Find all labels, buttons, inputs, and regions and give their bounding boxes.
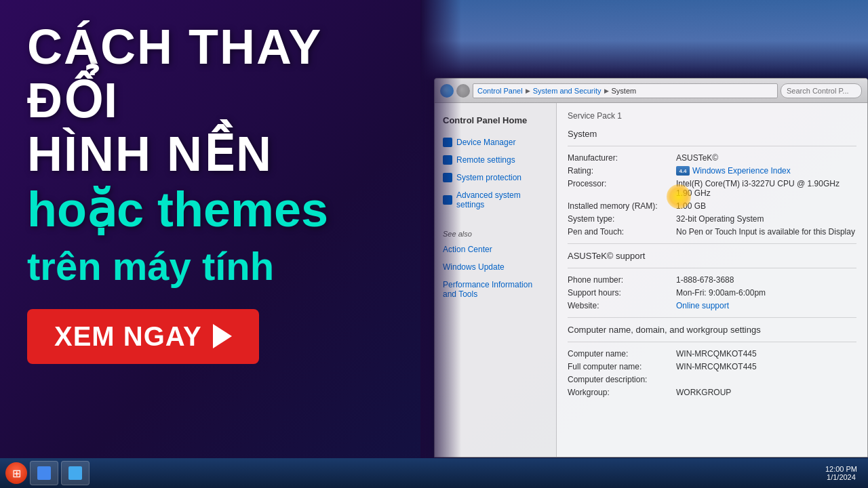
description-label: Computer description: xyxy=(568,375,676,384)
service-pack: Service Pack 1 xyxy=(568,111,856,121)
arrow-icon2: ▶ xyxy=(604,87,609,94)
explorer-icon xyxy=(68,466,82,480)
full-name-value: WIN-MRCQMKOT445 xyxy=(676,362,856,371)
main-content: Service Pack 1 System Manufacturer: ASUS… xyxy=(557,103,867,457)
website-value[interactable]: Online support xyxy=(676,301,856,310)
breadcrumb-controlpanel[interactable]: Control Panel xyxy=(477,87,523,95)
taskbar-browser-btn[interactable] xyxy=(30,461,58,485)
computer-name-row: Computer name: WIN-MRCQMKOT445 xyxy=(568,349,856,359)
left-panel: CÁCH THAY ĐỔI HÌNH NỀN hoặc themes trên … xyxy=(0,0,434,488)
back-button[interactable] xyxy=(440,84,454,98)
website-row: Website: Online support xyxy=(568,301,856,310)
ram-label: Installed memory (RAM): xyxy=(568,201,676,211)
subtitle-line1: hoặc themes xyxy=(27,182,407,238)
sidebar-item-windows-update[interactable]: Windows Update xyxy=(435,258,556,276)
win7-window: Control Panel ▶ System and Security ▶ Sy… xyxy=(434,78,868,458)
ram-row: Installed memory (RAM): 1.00 GB xyxy=(568,201,856,211)
system-type-row: System type: 32-bit Operating System xyxy=(568,214,856,224)
address-bar: Control Panel ▶ System and Security ▶ Sy… xyxy=(435,79,867,103)
processor-label: Processor: xyxy=(568,179,676,198)
workgroup-value: WORKGROUP xyxy=(676,388,856,397)
description-value xyxy=(676,375,856,384)
system-type-label: System type: xyxy=(568,214,676,224)
phone-row: Phone number: 1-888-678-3688 xyxy=(568,275,856,285)
breadcrumb-system: System xyxy=(612,87,637,95)
manufacturer-row: Manufacturer: ASUSTeK© xyxy=(568,153,856,163)
hours-label: Support hours: xyxy=(568,288,676,298)
processor-row: Processor: Intel(R) Core(TM) i3-3227U CP… xyxy=(568,179,856,198)
ram-value: 1.00 GB xyxy=(676,201,856,211)
sidebar-item-performance[interactable]: Performance Information and Tools xyxy=(435,276,556,303)
title-line1: CÁCH THAY ĐỔI xyxy=(27,20,407,127)
forward-button[interactable] xyxy=(456,84,470,98)
breadcrumb-security[interactable]: System and Security xyxy=(533,87,601,95)
sidebar-home[interactable]: Control Panel Home xyxy=(435,110,556,131)
rating-value[interactable]: 4.4 Windows Experience Index xyxy=(676,166,856,176)
rating-row: Rating: 4.4 Windows Experience Index xyxy=(568,166,856,176)
clock-time: 12:00 PM xyxy=(825,465,857,473)
divider2 xyxy=(568,243,856,244)
sidebar: Control Panel Home Device Manager Remote… xyxy=(435,103,557,457)
system-section-title: System xyxy=(568,129,856,139)
browser-icon xyxy=(37,466,51,480)
hours-row: Support hours: Mon-Fri: 9:00am-6:00pm xyxy=(568,288,856,298)
divider4 xyxy=(568,317,856,318)
computer-section-title: Computer name, domain, and workgroup set… xyxy=(568,325,856,335)
workgroup-row: Workgroup: WORKGROUP xyxy=(568,388,856,397)
sidebar-item-advanced[interactable]: Advanced system settings xyxy=(435,186,556,214)
taskbar-explorer-btn[interactable] xyxy=(61,461,90,485)
description-row: Computer description: xyxy=(568,375,856,384)
windows-logo-icon: ⊞ xyxy=(12,467,21,480)
sidebar-item-device-manager[interactable]: Device Manager xyxy=(435,134,556,151)
clock-date: 1/1/2024 xyxy=(825,473,857,481)
cta-label: XEM NGAY xyxy=(54,321,202,352)
manufacturer-value: ASUSTeK© xyxy=(676,153,856,163)
window-body: Control Panel Home Device Manager Remote… xyxy=(435,103,867,457)
phone-value: 1-888-678-3688 xyxy=(676,275,856,285)
divider3 xyxy=(568,268,856,268)
sidebar-item-action-center[interactable]: Action Center xyxy=(435,241,556,258)
divider5 xyxy=(568,342,856,342)
see-also-section: See also xyxy=(435,227,556,241)
start-button[interactable]: ⊞ xyxy=(5,462,27,484)
advanced-icon xyxy=(443,195,452,205)
full-name-label: Full computer name: xyxy=(568,362,676,371)
search-input[interactable] xyxy=(781,83,862,98)
hours-value: Mon-Fri: 9:00am-6:00pm xyxy=(676,288,856,298)
support-section-title: ASUSTeK© support xyxy=(568,251,856,261)
breadcrumb: Control Panel ▶ System and Security ▶ Sy… xyxy=(473,83,778,98)
processor-value: Intel(R) Core(TM) i3-3227U CPU @ 1.90GHz… xyxy=(676,179,856,198)
arrow-icon: ▶ xyxy=(526,87,530,94)
pen-touch-label: Pen and Touch: xyxy=(568,227,676,237)
phone-label: Phone number: xyxy=(568,275,676,285)
device-manager-icon xyxy=(443,138,452,147)
title-line2: HÌNH NỀN xyxy=(27,127,407,181)
subtitle-line2: trên máy tính xyxy=(27,243,407,290)
workgroup-label: Workgroup: xyxy=(568,388,676,397)
system-protection-icon xyxy=(443,173,452,182)
computer-name-label: Computer name: xyxy=(568,349,676,359)
website-label: Website: xyxy=(568,301,676,310)
pen-touch-row: Pen and Touch: No Pen or Touch Input is … xyxy=(568,227,856,237)
sidebar-item-system-protection[interactable]: System protection xyxy=(435,169,556,186)
play-icon xyxy=(213,324,232,348)
full-computer-name-row: Full computer name: WIN-MRCQMKOT445 xyxy=(568,362,856,371)
win-exp-icon: 4.4 xyxy=(676,166,690,176)
sidebar-item-remote-settings[interactable]: Remote settings xyxy=(435,151,556,169)
remote-settings-icon xyxy=(443,155,452,165)
manufacturer-label: Manufacturer: xyxy=(568,153,676,163)
rating-label: Rating: xyxy=(568,166,676,176)
system-type-value: 32-bit Operating System xyxy=(676,214,856,224)
cta-button[interactable]: XEM NGAY xyxy=(27,309,259,364)
divider1 xyxy=(568,146,856,146)
right-panel: Control Panel ▶ System and Security ▶ Sy… xyxy=(420,0,868,488)
taskbar: ⊞ 12:00 PM 1/1/2024 xyxy=(0,458,868,488)
pen-touch-value: No Pen or Touch Input is available for t… xyxy=(676,227,856,237)
computer-name-value: WIN-MRCQMKOT445 xyxy=(676,349,856,359)
taskbar-clock: 12:00 PM 1/1/2024 xyxy=(820,465,863,481)
